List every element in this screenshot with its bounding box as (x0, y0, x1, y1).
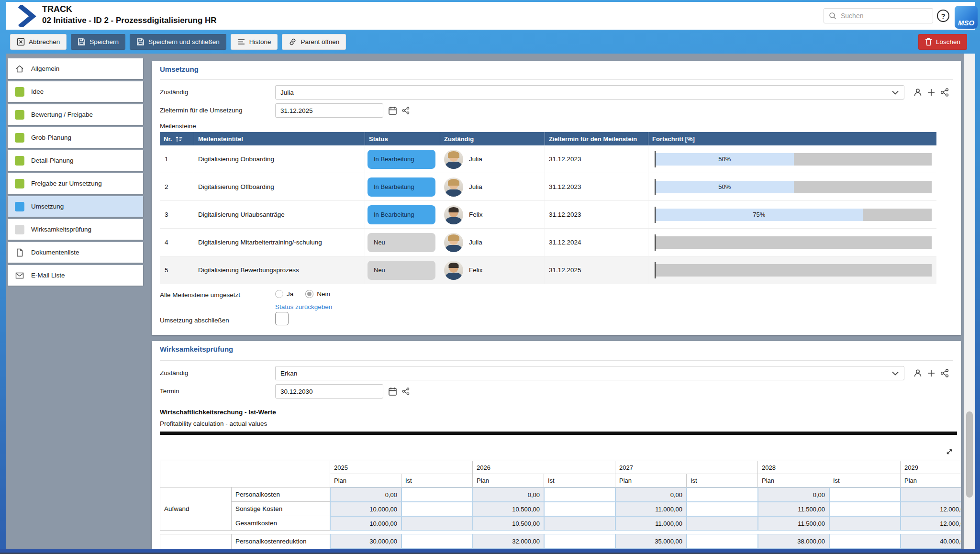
fin-plan-cell[interactable]: 11.500,00 (758, 502, 829, 516)
fin-plan-cell[interactable]: 10.000,00 (330, 516, 401, 531)
fin-ist-cell[interactable] (401, 516, 473, 531)
fin-plan-cell[interactable]: 0,00 (615, 488, 687, 502)
speichern-und-schliessen-label: Speichern und schließen (148, 38, 220, 45)
fin-ist-cell[interactable] (544, 488, 615, 502)
fin-plan-cell[interactable]: 12.000,00 (901, 502, 961, 516)
sidebar-item-allgemein[interactable]: Allgemein (8, 58, 143, 79)
zieltermin-field-icons (388, 106, 410, 115)
sidebar-item-wirksamkeitspruefung[interactable]: Wirksamkeitsprüfung (8, 219, 143, 240)
fin-ist-cell[interactable] (687, 534, 758, 548)
radio-ja[interactable] (275, 290, 283, 298)
thick-divider (160, 432, 957, 435)
historie-button[interactable]: Historie (231, 34, 278, 50)
table-row: 5 Digitalisierung Bewerbungsprozess Neu … (160, 256, 936, 284)
fin-ist-cell[interactable] (401, 502, 473, 516)
sidebar-item-grob-planung[interactable]: Grob-Planung (8, 127, 143, 148)
fin-plan-cell[interactable]: 10.500,00 (473, 502, 544, 516)
parent-oeffnen-button[interactable]: Parent öffnen (282, 34, 346, 50)
fin-ist-cell[interactable] (544, 502, 615, 516)
column-header-status[interactable]: Status (365, 132, 440, 145)
fin-plan-header: Plan (330, 474, 401, 488)
fin-plan-cell[interactable]: 10.000,00 (330, 502, 401, 516)
fin-ist-cell[interactable] (544, 516, 615, 531)
person-icon[interactable] (913, 88, 923, 97)
fin-plan-cell[interactable]: 0,00 (758, 488, 829, 502)
search-input[interactable] (840, 11, 933, 20)
fin-plan-cell[interactable]: 0,00 (330, 488, 401, 502)
plus-icon[interactable] (927, 369, 935, 377)
toolbar: Abbrechen Speichern Speichern und schlie… (6, 30, 975, 54)
sidebar-item-bewertung-freigabe[interactable]: Bewertung / Freigabe (8, 104, 143, 125)
termin-input[interactable]: 30.12.2030 (275, 384, 383, 399)
fin-ist-cell[interactable] (401, 488, 473, 502)
column-header-nr[interactable]: Nr. (160, 132, 194, 145)
loeschen-label: Löschen (936, 38, 960, 45)
fin-ist-cell[interactable] (829, 516, 901, 531)
zieltermin-input[interactable]: 31.12.2025 (275, 103, 383, 118)
scrollbar-thumb[interactable] (966, 411, 973, 498)
fin-plan-header: Plan (758, 474, 829, 488)
fin-plan-cell[interactable]: 35.000,00 (615, 534, 687, 548)
fin-plan-cell[interactable]: 10.500,00 (473, 516, 544, 531)
person-icon[interactable] (913, 368, 923, 378)
fin-ist-cell[interactable] (829, 534, 901, 548)
fin-year-header: 2026 (473, 461, 615, 474)
calendar-icon[interactable] (388, 387, 397, 396)
hierarchy-icon[interactable] (940, 88, 949, 97)
zustaendig-label: Zuständig (160, 369, 188, 377)
fin-plan-cell[interactable]: 11.000,00 (615, 516, 687, 531)
fin-plan-cell[interactable]: 40.000,00 (901, 534, 961, 548)
fin-ist-cell[interactable] (829, 502, 901, 516)
progress-label: 75% (753, 211, 765, 218)
fin-plan-cell[interactable] (901, 488, 961, 502)
sidebar-item-detail-planung[interactable]: Detail-Planung (8, 150, 143, 171)
fin-ist-cell[interactable] (829, 488, 901, 502)
fin-ist-cell[interactable] (687, 502, 758, 516)
hierarchy-icon[interactable] (401, 387, 410, 396)
milestone-deadline: 31.12.2023 (545, 145, 648, 173)
column-header-fortschritt[interactable]: Fortschritt [%] (648, 132, 936, 145)
column-header-zieltermin[interactable]: Zieltermin für den Meilenstein (545, 132, 648, 145)
hierarchy-icon[interactable] (940, 368, 949, 378)
sidebar-item-freigabe-zur-umsetzung[interactable]: Freigabe zur Umsetzung (8, 173, 143, 194)
fin-plan-cell[interactable]: 0,00 (473, 488, 544, 502)
expand-icon[interactable] (945, 447, 954, 456)
fin-ist-cell[interactable] (687, 516, 758, 531)
column-header-zustaendig[interactable]: Zuständig (440, 132, 545, 145)
fin-plan-cell[interactable]: 38.000,00 (758, 534, 829, 548)
speichern-button[interactable]: Speichern (71, 34, 125, 50)
radio-nein[interactable] (305, 290, 313, 298)
sidebar-item-umsetzung[interactable]: Umsetzung (8, 196, 143, 217)
zustaendig-label: Zuständig (160, 89, 188, 96)
milestone-title: Digitalisierung Offboarding (194, 173, 365, 200)
fin-plan-cell[interactable]: 12.000,00 (901, 516, 961, 531)
fin-plan-cell[interactable]: 32.000,00 (473, 534, 544, 548)
fin-ist-cell[interactable] (544, 534, 615, 548)
plus-icon[interactable] (927, 88, 935, 97)
table-row: 4 Digitalisierung Mitarbeitertraining/-s… (160, 229, 936, 256)
abbrechen-button[interactable]: Abbrechen (10, 34, 67, 50)
milestone-deadline: 31.12.2023 (545, 173, 648, 200)
column-header-meilensteintitel[interactable]: Meilensteintitel (194, 132, 365, 145)
sidebar-item-idee[interactable]: Idee (8, 81, 143, 102)
hierarchy-icon[interactable] (401, 106, 410, 115)
status-zurueckgeben-link[interactable]: Status zurückgeben (275, 303, 332, 310)
sidebar-item-dokumentenliste[interactable]: Dokumentenliste (8, 242, 143, 263)
fin-ist-cell[interactable] (401, 534, 473, 548)
progress-bar (656, 236, 932, 249)
speichern-und-schliessen-button[interactable]: Speichern und schließen (130, 34, 226, 50)
sidebar-item-email-liste[interactable]: E-Mail Liste (8, 265, 143, 286)
umsetzung-abschliessen-checkbox[interactable] (275, 312, 289, 325)
search-box[interactable] (824, 8, 933, 23)
calendar-icon[interactable] (388, 106, 397, 115)
fin-plan-cell[interactable]: 11.000,00 (615, 502, 687, 516)
fin-plan-cell[interactable]: 11.500,00 (758, 516, 829, 531)
zustaendig-select[interactable]: Julia (275, 85, 904, 100)
loeschen-button[interactable]: Löschen (918, 34, 967, 50)
help-icon[interactable]: ? (937, 10, 949, 22)
wirksamkeit-zustaendig-select[interactable]: Erkan (275, 366, 904, 380)
vertical-scrollbar[interactable] (964, 54, 975, 549)
progress-bar: 50% (656, 181, 932, 193)
fin-ist-cell[interactable] (687, 488, 758, 502)
fin-plan-cell[interactable]: 30.000,00 (330, 534, 401, 548)
